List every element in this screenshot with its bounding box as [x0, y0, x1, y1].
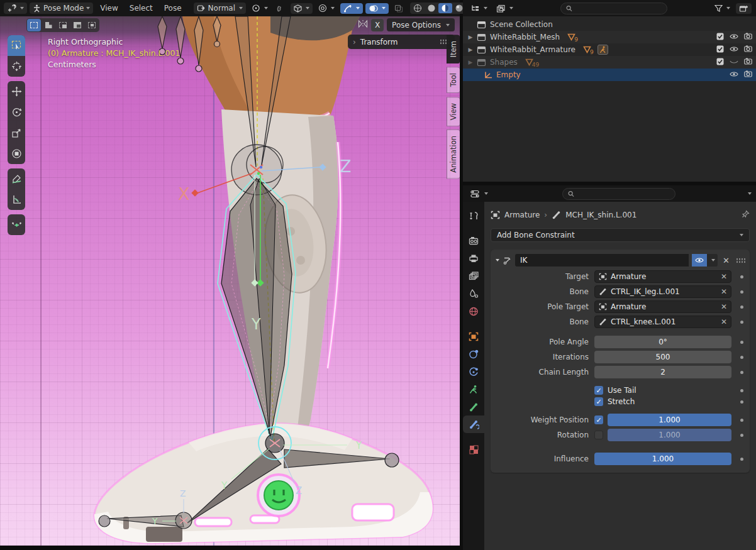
rotation-slider[interactable]: 1.000: [608, 429, 731, 441]
breadcrumb-bone[interactable]: MCH_IK_shin.L.001: [565, 211, 636, 219]
constraint-drag-handle[interactable]: [736, 258, 746, 263]
disclosure-triangle-icon[interactable]: ▶: [467, 34, 474, 40]
exclude-checkbox[interactable]: [716, 45, 724, 55]
keyframe-dot[interactable]: [740, 341, 743, 344]
influence-slider[interactable]: 1.000: [594, 453, 731, 465]
disclosure-triangle-icon[interactable]: ▶: [467, 47, 474, 53]
heel-bone-ball[interactable]: [385, 453, 399, 467]
exclude-checkbox[interactable]: [716, 33, 724, 42]
proportional-editing-dropdown[interactable]: [315, 3, 338, 14]
menu-pose[interactable]: Pose: [160, 3, 186, 14]
add-bone-constraint-dropdown[interactable]: Add Bone Constraint: [491, 228, 750, 242]
bone-field[interactable]: CTRL_IK_leg.L.001 ✕: [594, 285, 731, 298]
tab-item[interactable]: Item: [447, 35, 460, 63]
shading-solid-button[interactable]: [425, 3, 438, 13]
scale-tool[interactable]: [8, 123, 25, 143]
tab-object[interactable]: [463, 327, 484, 345]
tab-tool[interactable]: Tool: [447, 67, 460, 93]
target-field[interactable]: Armature ✕: [594, 270, 731, 283]
annotate-tool[interactable]: [8, 168, 25, 189]
eye-closed-icon[interactable]: [730, 58, 738, 67]
tab-scene[interactable]: [463, 285, 484, 302]
rotation-checkbox[interactable]: ✓: [594, 431, 603, 439]
tab-constraints[interactable]: [463, 345, 484, 363]
outliner-search-input[interactable]: [575, 4, 662, 13]
tab-view-layer[interactable]: [463, 267, 484, 285]
menu-view[interactable]: View: [96, 3, 122, 14]
stretch-checkbox[interactable]: ✓: [594, 397, 603, 406]
outliner-row-mesh[interactable]: ▶ WhiteRabbit_Mesh 9: [463, 31, 756, 43]
camera-render-icon[interactable]: [744, 33, 752, 41]
pole-bone-field[interactable]: CTRL_knee.L.001 ✕: [594, 316, 731, 328]
mirror-x-button[interactable]: X: [371, 19, 384, 31]
keyframe-dot[interactable]: [740, 419, 743, 422]
camera-render-icon[interactable]: [744, 58, 752, 67]
outliner-display-mode-button[interactable]: [493, 3, 516, 14]
weight-position-checkbox[interactable]: ✓: [594, 415, 603, 424]
disclosure-triangle-icon[interactable]: ▶: [467, 59, 474, 65]
clear-x-icon[interactable]: ✕: [721, 287, 727, 296]
pose-options-dropdown[interactable]: Pose Options: [387, 18, 455, 31]
tab-bone[interactable]: [463, 398, 484, 415]
rotate-tool[interactable]: [8, 102, 25, 123]
camera-render-icon[interactable]: [744, 45, 752, 54]
constraint-enable-eye-button[interactable]: [692, 254, 707, 267]
keyframe-dot[interactable]: [740, 305, 743, 309]
pivot-point-dropdown[interactable]: [248, 3, 271, 14]
properties-search[interactable]: [562, 188, 675, 200]
tab-object-data-armature[interactable]: [463, 380, 484, 398]
editor-type-button[interactable]: [4, 3, 27, 14]
select-mode-intersect-button[interactable]: [85, 19, 99, 31]
keyframe-dot[interactable]: [740, 290, 743, 294]
properties-options-chevron[interactable]: [748, 192, 752, 195]
constraint-delete-button[interactable]: ✕: [721, 256, 731, 265]
keyframe-dot[interactable]: [740, 275, 743, 278]
select-mode-subtract-button[interactable]: [70, 19, 84, 31]
camera-render-icon[interactable]: [744, 70, 752, 79]
tab-bone-constraint[interactable]: [463, 415, 484, 433]
eye-icon[interactable]: [730, 33, 738, 41]
measure-tool[interactable]: [8, 189, 25, 210]
use-tail-checkbox[interactable]: ✓: [594, 386, 603, 395]
keyframe-dot[interactable]: [740, 371, 743, 374]
tab-render[interactable]: [463, 232, 484, 250]
pin-icon[interactable]: [742, 210, 750, 220]
keyframe-dot[interactable]: [740, 400, 743, 404]
pose-breakdowner-tool[interactable]: [8, 214, 25, 235]
select-mode-new-button[interactable]: [42, 19, 55, 31]
chain-length-input[interactable]: 2: [594, 366, 731, 378]
new-collection-button[interactable]: [736, 3, 752, 14]
clear-x-icon[interactable]: ✕: [721, 317, 727, 326]
eye-icon[interactable]: [730, 45, 738, 54]
select-mode-extend-button[interactable]: [56, 19, 70, 31]
orientation-dropdown[interactable]: Normal: [194, 3, 246, 14]
outliner-row-armature[interactable]: ▶ WhiteRabbit_Armature 9: [463, 43, 756, 56]
clear-x-icon[interactable]: ✕: [721, 302, 727, 311]
filter-dropdown[interactable]: [711, 3, 733, 13]
overlays-toggle[interactable]: [365, 3, 389, 14]
tab-output[interactable]: [463, 250, 484, 267]
tab-animation[interactable]: Animation: [447, 129, 460, 179]
snap-target-dropdown[interactable]: [291, 3, 313, 14]
iterations-input[interactable]: 500: [594, 351, 731, 363]
mode-dropdown[interactable]: Pose Mode: [30, 3, 93, 14]
outliner-search[interactable]: [560, 3, 667, 14]
properties-search-input[interactable]: [577, 189, 670, 198]
select-box-tool[interactable]: [8, 35, 25, 56]
panel-collapse-chevron[interactable]: [496, 259, 499, 261]
gizmo-toggle[interactable]: [340, 3, 363, 14]
constraint-name-field[interactable]: IK: [515, 254, 689, 267]
keyframe-dot[interactable]: [740, 434, 743, 437]
outliner-row-empty[interactable]: Empty: [463, 69, 756, 81]
tab-world[interactable]: [463, 302, 484, 320]
xray-toggle[interactable]: [391, 3, 406, 14]
pole-angle-input[interactable]: 0°: [594, 336, 731, 348]
pole-target-field[interactable]: Armature ✕: [594, 300, 731, 313]
exclude-checkbox[interactable]: [716, 58, 724, 67]
move-tool[interactable]: [8, 81, 25, 102]
cursor-tool[interactable]: [8, 56, 25, 77]
shading-material-button[interactable]: [438, 3, 452, 13]
keyframe-dot[interactable]: [740, 321, 743, 324]
tab-physics[interactable]: [463, 363, 484, 380]
viewport-canvas[interactable]: X Z Y Y Y Z: [0, 16, 460, 546]
